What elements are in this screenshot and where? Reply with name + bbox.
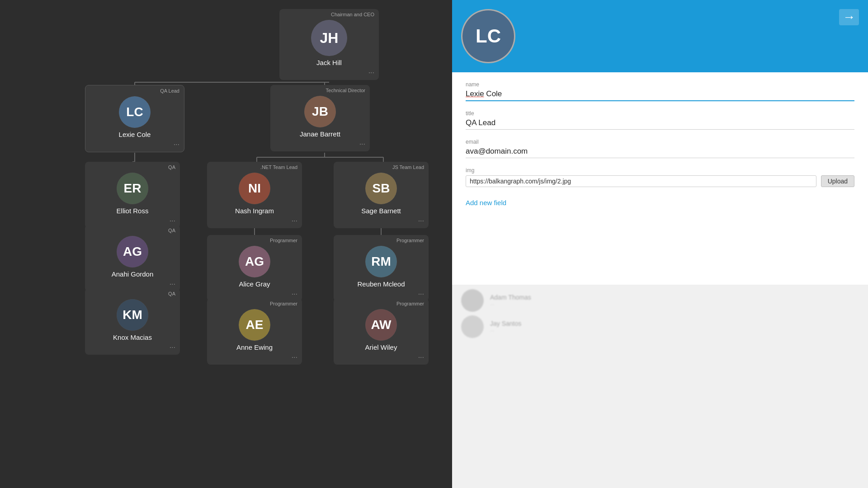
lexie-avatar: LC <box>119 96 151 128</box>
ceo-more[interactable]: ··· <box>368 69 379 76</box>
name-label: name <box>466 81 854 88</box>
anne-role: Programmer <box>270 298 302 307</box>
node-anahi[interactable]: QA AG Anahi Gordon ··· <box>85 225 180 291</box>
sage-avatar: SB <box>365 173 397 204</box>
list-avatar <box>461 315 484 338</box>
navigate-arrow-button[interactable]: → <box>839 9 859 25</box>
node-nash[interactable]: .NET Team Lead NI Nash Ingram ··· <box>207 162 302 228</box>
list-name: Adam Thomas <box>490 294 531 301</box>
knox-role: QA <box>168 288 180 297</box>
alice-role: Programmer <box>270 235 302 244</box>
selected-avatar: LC <box>461 9 515 63</box>
nash-role: .NET Team Lead <box>260 162 302 171</box>
name-field-group: name Lexie Cole <box>466 81 854 101</box>
arrow-icon: → <box>843 10 855 24</box>
sidebar: LC → name Lexie Cole title QA Lead email… <box>452 0 868 488</box>
anahi-role: QA <box>168 225 180 234</box>
node-anne[interactable]: Programmer AE Anne Ewing ··· <box>207 298 302 365</box>
list-avatar <box>461 289 484 312</box>
knox-more[interactable]: ··· <box>170 344 180 351</box>
list-role: ··· <box>490 302 531 307</box>
janae-name: Janae Barrett <box>300 130 340 138</box>
sage-role: JS Team Lead <box>392 162 429 171</box>
img-field-group: img Upload <box>466 167 854 187</box>
elliot-role: QA <box>168 162 180 171</box>
lexie-more[interactable]: ··· <box>174 141 184 148</box>
anahi-more[interactable]: ··· <box>170 281 180 288</box>
ceo-avatar: JH <box>311 20 347 56</box>
knox-name: Knox Macias <box>113 333 152 341</box>
alice-more[interactable]: ··· <box>292 291 302 298</box>
email-label: email <box>466 139 854 145</box>
name-value: Lexie Cole <box>466 89 854 101</box>
janae-role: Technical Director <box>326 85 370 94</box>
add-field-link[interactable]: Add new field <box>466 199 854 206</box>
sage-name: Sage Barnett <box>361 207 401 215</box>
anne-avatar: AE <box>239 309 270 341</box>
img-field-row: Upload <box>466 175 854 187</box>
list-role: ··· <box>490 328 521 333</box>
sidebar-header: LC → <box>452 0 868 72</box>
node-ceo[interactable]: Chairman and CEO JH Jack Hill ··· <box>279 9 379 80</box>
list-item[interactable]: Jay Santos ··· <box>461 315 859 338</box>
elliot-name: Elliot Ross <box>117 207 149 215</box>
anahi-avatar: AG <box>117 236 148 267</box>
nash-name: Nash Ingram <box>235 207 274 215</box>
email-field-group: email ava@domain.com <box>466 139 854 158</box>
node-knox[interactable]: QA KM Knox Macias ··· <box>85 288 180 355</box>
sidebar-form: name Lexie Cole title QA Lead email ava@… <box>452 72 868 285</box>
node-janae[interactable]: Technical Director JB Janae Barrett ··· <box>270 85 370 151</box>
node-reuben[interactable]: Programmer RM Reuben Mcleod ··· <box>334 235 429 301</box>
node-lexie[interactable]: QA Lead LC Lexie Cole ··· <box>85 85 184 152</box>
reuben-more[interactable]: ··· <box>418 291 429 298</box>
ariel-name: Ariel Wiley <box>365 343 397 351</box>
ceo-role: Chairman and CEO <box>331 9 379 18</box>
node-sage[interactable]: JS Team Lead SB Sage Barnett ··· <box>334 162 429 228</box>
reuben-role: Programmer <box>396 235 429 244</box>
lexie-role: QA Lead <box>160 85 184 94</box>
list-item[interactable]: Adam Thomas ··· <box>461 289 859 312</box>
janae-avatar: JB <box>304 96 336 127</box>
org-chart-area: Chairman and CEO JH Jack Hill ··· QA Lea… <box>0 0 452 488</box>
sidebar-people-list: Adam Thomas ··· Jay Santos ··· <box>452 285 868 488</box>
node-ariel[interactable]: Programmer AW Ariel Wiley ··· <box>334 298 429 365</box>
ceo-name: Jack Hill <box>316 59 342 66</box>
email-value: ava@domain.com <box>466 147 854 158</box>
name-last: Cole <box>484 89 502 98</box>
anne-name: Anne Ewing <box>236 343 273 351</box>
reuben-avatar: RM <box>365 246 397 277</box>
img-label: img <box>466 167 854 174</box>
anahi-name: Anahi Gordon <box>112 270 154 278</box>
lexie-name: Lexie Cole <box>119 131 151 138</box>
alice-name: Alice Gray <box>239 280 270 288</box>
name-first: Lexie <box>466 89 484 98</box>
node-alice[interactable]: Programmer AG Alice Gray ··· <box>207 235 302 301</box>
nash-more[interactable]: ··· <box>292 217 302 225</box>
img-url-input[interactable] <box>466 175 816 187</box>
elliot-more[interactable]: ··· <box>170 217 180 225</box>
reuben-name: Reuben Mcleod <box>357 280 405 288</box>
ariel-role: Programmer <box>396 298 429 307</box>
janae-more[interactable]: ··· <box>359 141 370 148</box>
list-name: Jay Santos <box>490 320 521 327</box>
sage-more[interactable]: ··· <box>418 217 429 225</box>
upload-button[interactable]: Upload <box>821 175 854 187</box>
ariel-avatar: AW <box>365 309 397 341</box>
nash-avatar: NI <box>239 173 270 204</box>
elliot-avatar: ER <box>117 173 148 204</box>
knox-avatar: KM <box>117 299 148 331</box>
node-elliot[interactable]: QA ER Elliot Ross ··· <box>85 162 180 228</box>
title-value: QA Lead <box>466 118 854 130</box>
title-label: title <box>466 110 854 117</box>
alice-avatar: AG <box>239 246 270 277</box>
anne-more[interactable]: ··· <box>292 354 302 361</box>
ariel-more[interactable]: ··· <box>418 354 429 361</box>
title-field-group: title QA Lead <box>466 110 854 130</box>
